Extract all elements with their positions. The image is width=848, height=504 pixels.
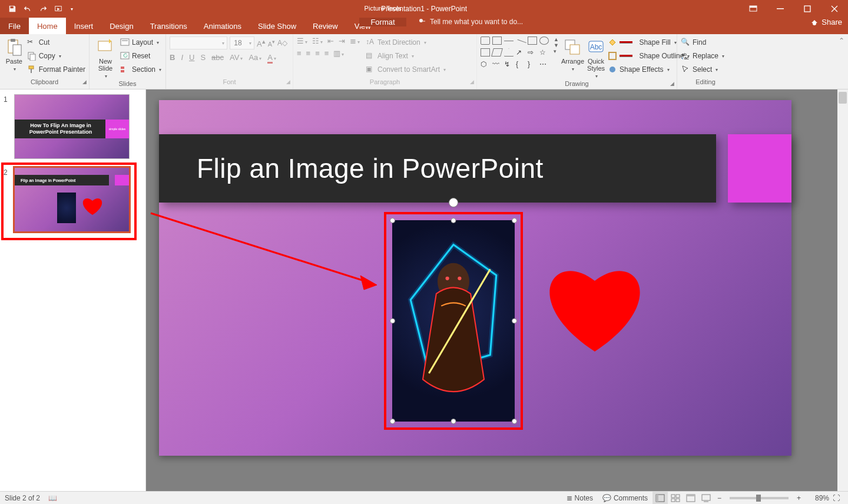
increase-indent-button[interactable]: ⇥: [339, 37, 345, 45]
tab-format[interactable]: Format: [359, 18, 406, 26]
shapes-scroll-down[interactable]: ▼: [554, 42, 559, 48]
resize-handle[interactable]: [512, 218, 517, 223]
tab-transitions[interactable]: Transitions: [142, 18, 196, 34]
italic-button[interactable]: I: [181, 53, 183, 62]
layout-button[interactable]: Layout▾: [120, 37, 161, 48]
tab-review[interactable]: Review: [304, 18, 346, 34]
qat-more-icon[interactable]: ▾: [71, 6, 73, 12]
ribbon-display-options-icon[interactable]: [740, 0, 767, 18]
close-button[interactable]: [821, 0, 848, 18]
tab-file[interactable]: File: [0, 18, 29, 34]
numbering-button[interactable]: ☷▾: [312, 37, 323, 45]
columns-button[interactable]: ▥▾: [333, 49, 344, 58]
normal-view-button[interactable]: [652, 492, 668, 504]
clear-formatting-icon[interactable]: A◇: [277, 39, 287, 47]
share-button[interactable]: Share: [810, 18, 842, 26]
tab-animations[interactable]: Animations: [196, 18, 250, 34]
tab-design[interactable]: Design: [101, 18, 141, 34]
format-painter-button[interactable]: Format Painter: [27, 64, 85, 75]
slide-canvas[interactable]: Flip an Image in PowerPoint: [159, 100, 791, 456]
cut-button[interactable]: ✂Cut: [27, 37, 85, 48]
justify-button[interactable]: ≡: [324, 49, 329, 58]
decrease-font-icon[interactable]: A▾: [268, 38, 275, 48]
shapes-more[interactable]: ▾: [554, 48, 559, 54]
reading-view-button[interactable]: [683, 492, 698, 504]
comments-button[interactable]: 💬 Comments: [598, 492, 652, 504]
change-case-button[interactable]: Aa▾: [249, 53, 261, 62]
tell-me-search[interactable]: Tell me what you want to do...: [418, 18, 523, 26]
font-color-button[interactable]: A▾: [267, 53, 276, 62]
selected-picture[interactable]: [387, 215, 519, 426]
char-spacing-button[interactable]: AV▾: [230, 53, 243, 62]
reset-button[interactable]: Reset: [120, 50, 161, 62]
font-size-input[interactable]: [230, 39, 246, 47]
arrange-button[interactable]: Arrange▾: [561, 37, 584, 73]
slide-thumbnail-pane[interactable]: 1 How To Flip An Image in PowerPoint Pre…: [0, 89, 146, 491]
align-center-button[interactable]: ≡: [306, 49, 311, 58]
spellcheck-icon[interactable]: 📖: [48, 494, 57, 502]
resize-handle[interactable]: [451, 218, 456, 223]
line-spacing-button[interactable]: ≣▾: [350, 37, 360, 45]
resize-handle[interactable]: [512, 419, 517, 424]
text-direction-button[interactable]: ↕AText Direction▾: [366, 37, 446, 48]
zoom-out-button[interactable]: −: [714, 494, 725, 502]
minimize-button[interactable]: [767, 0, 794, 18]
heart-shape[interactable]: [536, 254, 654, 354]
save-icon[interactable]: [8, 5, 16, 13]
tab-insert[interactable]: Insert: [66, 18, 102, 34]
bold-button[interactable]: B: [170, 53, 175, 62]
tab-home[interactable]: Home: [29, 18, 66, 34]
resize-handle[interactable]: [390, 319, 395, 324]
drawing-dialog-launcher[interactable]: ◢: [670, 81, 674, 87]
fit-to-window-button[interactable]: ⛶: [829, 494, 843, 502]
zoom-slider[interactable]: [730, 497, 789, 499]
notes-button[interactable]: ≣ Notes: [562, 492, 598, 504]
clipboard-dialog-launcher[interactable]: ◢: [82, 79, 87, 85]
slideshow-view-button[interactable]: [698, 492, 714, 504]
resize-handle[interactable]: [451, 419, 456, 424]
paste-button[interactable]: Paste▾: [4, 37, 25, 73]
rotate-handle[interactable]: [449, 198, 458, 207]
tab-slideshow[interactable]: Slide Show: [250, 18, 304, 34]
resize-handle[interactable]: [390, 419, 395, 424]
font-size-combo[interactable]: ▾: [230, 37, 254, 49]
shadow-button[interactable]: S: [200, 53, 206, 62]
undo-icon[interactable]: [24, 5, 32, 13]
zoom-level[interactable]: 89%: [804, 494, 829, 502]
start-from-beginning-icon[interactable]: [54, 5, 62, 13]
thumbnail-slide-1[interactable]: 1 How To Flip An Image in PowerPoint Pre…: [4, 94, 140, 159]
maximize-button[interactable]: [794, 0, 821, 18]
thumbnail-slide-2[interactable]: 2 Flip an Image in PowerPoint: [4, 167, 140, 232]
paragraph-dialog-launcher[interactable]: ◢: [470, 79, 474, 85]
slide-editor[interactable]: Flip an Image in PowerPoint: [146, 89, 848, 491]
font-dialog-launcher[interactable]: ◢: [286, 79, 290, 85]
slide-sorter-view-button[interactable]: [668, 492, 683, 504]
convert-smartart-button[interactable]: ▣Convert to SmartArt▾: [366, 64, 446, 75]
shapes-scroll-up[interactable]: ▲: [554, 37, 559, 42]
resize-handle[interactable]: [390, 218, 395, 223]
increase-font-icon[interactable]: A▴: [257, 38, 266, 48]
select-button[interactable]: Select▾: [681, 64, 724, 75]
quick-styles-button[interactable]: Abc Quick Styles▾: [587, 37, 605, 80]
section-button[interactable]: Section▾: [120, 64, 161, 75]
replace-button[interactable]: abacReplace▾: [681, 50, 724, 62]
slide-title-band[interactable]: Flip an Image in PowerPoint: [159, 134, 716, 203]
copy-button[interactable]: Copy▾: [27, 50, 85, 62]
decrease-indent-button[interactable]: ⇤: [327, 37, 334, 45]
font-name-input[interactable]: [170, 39, 218, 47]
align-left-button[interactable]: ≡: [297, 49, 302, 58]
shapes-gallery[interactable]: ↗⇨☆ ⬡〰↯{}⋯: [481, 37, 550, 71]
align-text-button[interactable]: ▤Align Text▾: [366, 50, 446, 62]
resize-handle[interactable]: [512, 319, 517, 324]
align-right-button[interactable]: ≡: [315, 49, 320, 58]
font-name-combo[interactable]: ▾: [170, 37, 227, 49]
slide-accent-block[interactable]: [728, 134, 791, 203]
bullets-button[interactable]: ☰▾: [297, 37, 307, 45]
collapse-ribbon-icon[interactable]: ⌃: [839, 37, 844, 45]
redo-icon[interactable]: [39, 5, 47, 13]
vertical-scrollbar[interactable]: [837, 89, 848, 491]
underline-button[interactable]: U: [189, 53, 194, 62]
zoom-in-button[interactable]: +: [793, 494, 804, 502]
strike-button[interactable]: abc: [211, 53, 224, 62]
new-slide-button[interactable]: New Slide▾: [93, 37, 118, 80]
